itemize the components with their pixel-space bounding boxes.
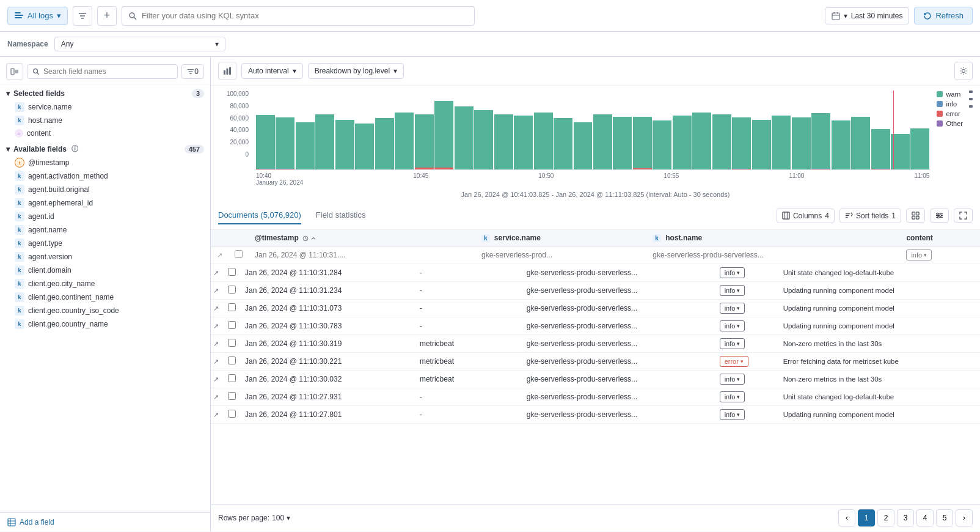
svg-rect-2 (15, 17, 22, 18)
grid-view-button[interactable] (906, 209, 925, 223)
top-toolbar: All logs ▾ + ▾ Last 30 minutes Re (0, 0, 980, 32)
log-level-badge[interactable]: info ▾ (720, 409, 745, 420)
field-timestamp[interactable]: t @timestamp (0, 156, 210, 169)
all-logs-button[interactable]: All logs ▾ (7, 7, 68, 25)
content-header[interactable]: content (900, 230, 980, 246)
field-host-name[interactable]: k host.name (0, 114, 210, 127)
columns-button[interactable]: Columns 4 (777, 209, 835, 223)
timestamp-header[interactable]: @timestamp (249, 230, 475, 246)
page-3-button[interactable]: 3 (897, 509, 914, 526)
search-input[interactable] (142, 11, 468, 20)
expand-icon[interactable]: ↗ (213, 269, 219, 276)
refresh-button[interactable]: Refresh (914, 7, 973, 24)
bar-chart (255, 91, 931, 170)
auto-interval-button[interactable]: Auto interval ▾ (241, 63, 303, 79)
expand-icon[interactable]: ↗ (213, 375, 219, 383)
row-checkbox[interactable] (228, 374, 236, 382)
row-checkbox[interactable] (228, 392, 236, 400)
field-client-domain[interactable]: k client.domain (0, 264, 210, 277)
row-checkbox[interactable] (228, 286, 236, 294)
expand-icon[interactable]: ↗ (213, 411, 219, 418)
host-name-header[interactable]: k host.name (646, 230, 900, 246)
field-client-geo-city-name[interactable]: k client.geo.city_name (0, 277, 210, 290)
sidebar-collapse-button[interactable] (6, 63, 23, 80)
log-level-badge[interactable]: info ▾ (720, 391, 745, 402)
chart-drag-handle-3[interactable] (969, 105, 973, 108)
filter-icon (187, 68, 194, 75)
service-name-header[interactable]: k service.name (475, 230, 646, 246)
available-fields-section[interactable]: ▾ Available fields ⓘ 457 (0, 139, 210, 156)
field-agent-type[interactable]: k agent.type (0, 237, 210, 250)
next-page-button[interactable]: › (956, 509, 973, 526)
legend-info: info (937, 100, 963, 108)
log-level-badge[interactable]: error ▾ (720, 356, 748, 367)
row-checkbox[interactable] (228, 357, 236, 364)
field-search-input[interactable] (43, 67, 172, 76)
add-button[interactable]: + (97, 6, 117, 26)
field-agent-name[interactable]: k agent.name (0, 223, 210, 237)
namespace-value: Any (61, 40, 74, 48)
breakdown-button[interactable]: Breakdown by log.level ▾ (308, 63, 404, 79)
log-level-badge[interactable]: info ▾ (720, 320, 745, 331)
page-5-button[interactable]: 5 (936, 509, 953, 526)
table-row: ↗ Jan 26, 2024 @ 11:10:27.931 - gke-serv… (211, 388, 980, 406)
fullscreen-button[interactable] (954, 209, 973, 223)
selected-fields-section[interactable]: ▾ Selected fields 3 (0, 84, 210, 100)
selected-fields-label: Selected fields (13, 89, 65, 98)
log-level-badge[interactable]: info ▾ (720, 338, 745, 349)
collapse-icon (10, 67, 19, 76)
svg-rect-37 (912, 216, 915, 219)
expand-icon[interactable]: ↗ (213, 340, 219, 347)
chart-type-button[interactable] (218, 62, 236, 80)
expand-icon[interactable]: ↗ (213, 287, 219, 294)
sort-fields-button[interactable]: Sort fields 1 (839, 209, 901, 223)
expand-icon[interactable]: ↗ (213, 322, 219, 330)
namespace-select[interactable]: Any ▾ (54, 37, 225, 51)
field-agent-build-original[interactable]: k agent.build.original (0, 183, 210, 196)
expand-icon[interactable]: ↗ (213, 393, 219, 401)
logs-icon (14, 11, 24, 21)
row-checkbox[interactable] (228, 321, 236, 329)
log-level-badge[interactable]: info ▾ (906, 249, 932, 260)
row-checkbox[interactable] (235, 250, 243, 258)
add-field-button[interactable]: Add a field (0, 512, 210, 531)
field-content[interactable]: ○ content (0, 127, 210, 139)
log-level-badge[interactable]: info ▾ (720, 267, 745, 278)
log-level-badge[interactable]: info ▾ (720, 303, 745, 314)
page-4-button[interactable]: 4 (916, 509, 934, 526)
page-1-button[interactable]: 1 (858, 509, 875, 526)
field-client-geo-continent-name[interactable]: k client.geo.continent_name (0, 290, 210, 304)
sidebar-header: 0 (0, 57, 210, 84)
filter-count-badge[interactable]: 0 (181, 64, 204, 79)
expand-icon[interactable]: ↗ (217, 251, 222, 259)
field-agent-id[interactable]: k agent.id (0, 210, 210, 223)
field-agent-version[interactable]: k agent.version (0, 250, 210, 264)
timestamp-icon: t (15, 158, 24, 168)
tab-field-statistics[interactable]: Field statistics (316, 207, 366, 224)
row-checkbox[interactable] (228, 339, 236, 347)
table-row: ↗ Jan 26, 2024 @ 11:10:31.234 - gke-serv… (211, 282, 980, 300)
chart-drag-handle[interactable] (969, 91, 973, 93)
chart-drag-handle-2[interactable] (969, 98, 973, 100)
rows-per-page-select[interactable]: Rows per page: 100 ▾ (218, 514, 290, 522)
field-service-name[interactable]: k service.name (0, 100, 210, 114)
prev-page-button[interactable]: ‹ (838, 509, 855, 526)
field-agent-ephemeral-id[interactable]: k agent.ephemeral_id (0, 196, 210, 210)
filter-button[interactable] (73, 6, 92, 26)
field-agent-activation-method[interactable]: k agent.activation_method (0, 169, 210, 183)
page-2-button[interactable]: 2 (877, 509, 894, 526)
expand-icon[interactable]: ↗ (213, 358, 219, 365)
field-client-geo-country-iso-code[interactable]: k client.geo.country_iso_code (0, 304, 210, 317)
log-level-badge[interactable]: info ▾ (720, 374, 745, 385)
svg-point-44 (937, 216, 939, 218)
chart-settings-button[interactable] (954, 62, 973, 80)
row-checkbox[interactable] (228, 410, 236, 418)
time-picker[interactable]: ▾ Last 30 minutes (825, 7, 910, 24)
log-level-badge[interactable]: info ▾ (720, 285, 745, 296)
field-client-geo-country-name[interactable]: k client.geo.country_name (0, 317, 210, 331)
row-checkbox[interactable] (228, 303, 236, 311)
settings-button[interactable] (930, 209, 949, 223)
row-checkbox[interactable] (228, 268, 236, 276)
tab-documents[interactable]: Documents (5,076,920) (218, 207, 301, 224)
expand-icon[interactable]: ↗ (213, 305, 219, 312)
